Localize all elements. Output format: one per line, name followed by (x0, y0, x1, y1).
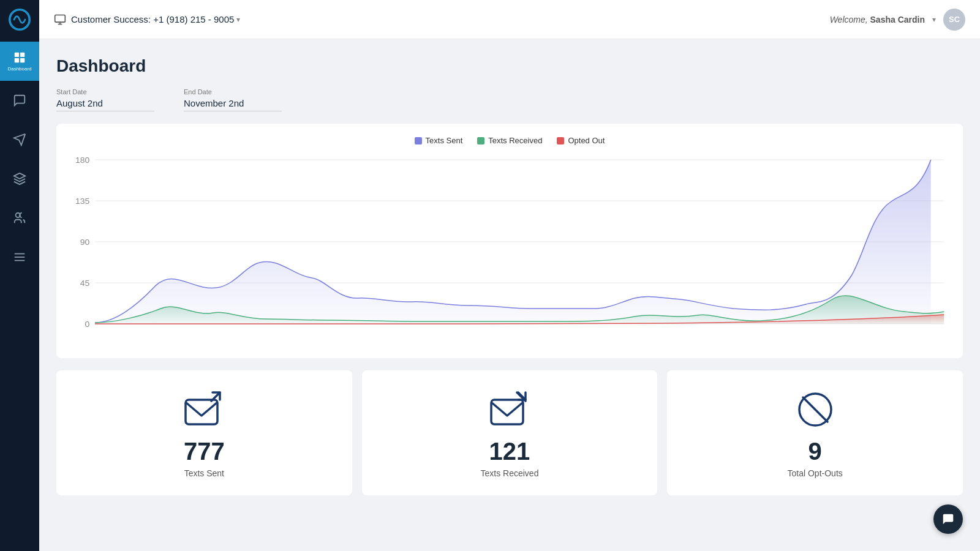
welcome-text: Welcome, Sasha Cardin (830, 15, 925, 24)
sidebar-item-campaigns[interactable] (0, 120, 39, 159)
svg-rect-2 (20, 53, 24, 57)
legend-texts-sent: Texts Sent (415, 136, 463, 145)
chat-button[interactable] (933, 504, 963, 534)
stat-number-texts-received: 121 (489, 439, 530, 463)
stat-card-opt-outs: 9 Total Opt-Outs (667, 370, 963, 495)
svg-rect-4 (20, 58, 24, 62)
chart-legend: Texts Sent Texts Received Opted Out (69, 136, 951, 145)
chart-card: Texts Sent Texts Received Opted Out 0 45 (56, 124, 963, 358)
start-date-field: Start Date August 2nd (56, 88, 154, 111)
svg-text:September 3: September 3 (170, 329, 211, 330)
phone-icon (54, 13, 66, 26)
stat-card-texts-sent: 777 Texts Sent (56, 370, 352, 495)
svg-text:45: 45 (80, 279, 90, 287)
svg-text:October 22: October 22 (811, 329, 846, 330)
stat-label-texts-received: Texts Received (481, 468, 539, 478)
date-filters: Start Date August 2nd End Date November … (56, 88, 963, 111)
svg-rect-1 (15, 53, 19, 57)
svg-text:October 6: October 6 (579, 329, 611, 330)
page-body: Dashboard Start Date August 2nd End Date… (39, 39, 980, 551)
stat-card-texts-received: 121 Texts Received (362, 370, 658, 495)
legend-texts-received: Texts Received (477, 136, 542, 145)
sidebar-item-dashboard[interactable]: Dashboard (0, 42, 39, 81)
sidebar-navigation: Dashboard (0, 42, 39, 277)
svg-rect-37 (491, 400, 523, 424)
opt-outs-icon (796, 390, 835, 432)
end-date-label: End Date (184, 88, 282, 96)
svg-line-40 (803, 397, 827, 422)
svg-marker-5 (14, 173, 25, 179)
start-date-label: Start Date (56, 88, 154, 96)
phone-label: Customer Success: +1 (918) 215 - 9005 (71, 14, 234, 24)
stat-number-opt-outs: 9 (809, 439, 822, 463)
svg-text:October 13: October 13 (656, 329, 692, 330)
texts-received-icon (488, 390, 532, 432)
svg-text:September 15: September 15 (329, 329, 374, 330)
phone-selector[interactable]: Customer Success: +1 (918) 215 - 9005 ▾ (71, 14, 240, 24)
topbar-left: Customer Success: +1 (918) 215 - 9005 ▾ (54, 13, 240, 26)
page-title: Dashboard (56, 56, 963, 76)
start-date-value[interactable]: August 2nd (56, 98, 154, 111)
legend-dot-received (477, 137, 484, 144)
legend-opted-out: Opted Out (557, 136, 605, 145)
stat-label-opt-outs: Total Opt-Outs (788, 468, 843, 478)
stats-row: 777 Texts Sent 121 Texts Received (56, 370, 963, 495)
svg-text:October 16: October 16 (732, 329, 767, 330)
sidebar-item-users[interactable] (0, 198, 39, 238)
legend-dot-opted-out (557, 137, 564, 144)
svg-text:October 28: October 28 (880, 329, 916, 330)
stat-label-texts-sent: Texts Sent (184, 468, 224, 478)
end-date-field: End Date November 2nd (184, 88, 282, 111)
main-content: Customer Success: +1 (918) 215 - 9005 ▾ … (39, 0, 980, 551)
svg-text:0: 0 (85, 320, 90, 328)
sidebar: Dashboard (0, 0, 39, 551)
svg-text:135: 135 (75, 197, 89, 205)
stat-number-texts-sent: 777 (184, 439, 225, 463)
legend-dot-sent (415, 137, 422, 144)
topbar: Customer Success: +1 (918) 215 - 9005 ▾ … (39, 0, 980, 39)
legend-label-opted-out: Opted Out (568, 136, 605, 145)
svg-rect-10 (55, 15, 66, 22)
sidebar-item-menu[interactable] (0, 238, 39, 277)
legend-label-sent: Texts Sent (426, 136, 463, 145)
svg-text:September 18: September 18 (401, 329, 447, 330)
chevron-down-icon: ▾ (236, 15, 240, 24)
legend-label-received: Texts Received (488, 136, 542, 145)
topbar-right: Welcome, Sasha Cardin ▾ SC (830, 9, 965, 31)
svg-rect-35 (186, 400, 217, 424)
sidebar-dashboard-label: Dashboard (7, 66, 31, 72)
svg-text:90: 90 (80, 238, 90, 246)
sidebar-item-layers[interactable] (0, 159, 39, 198)
svg-text:September 25: September 25 (486, 329, 531, 330)
svg-text:180: 180 (75, 156, 89, 164)
texts-sent-icon (182, 390, 226, 432)
svg-text:November 1: November 1 (927, 329, 951, 330)
svg-text:August 31: August 31 (84, 329, 116, 330)
user-menu-chevron[interactable]: ▾ (932, 15, 936, 24)
sidebar-item-contacts[interactable] (0, 81, 39, 120)
chart-area: 0 45 90 135 180 (69, 152, 951, 348)
avatar[interactable]: SC (943, 9, 965, 31)
sidebar-logo (0, 0, 39, 39)
svg-rect-3 (15, 58, 19, 62)
svg-text:September 9: September 9 (249, 329, 290, 330)
end-date-value[interactable]: November 2nd (184, 98, 282, 111)
chart-svg: 0 45 90 135 180 (69, 152, 951, 330)
